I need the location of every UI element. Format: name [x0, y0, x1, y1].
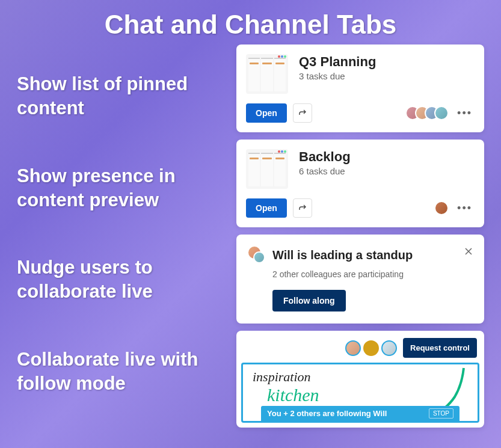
request-control-button[interactable]: Request control — [403, 338, 477, 358]
card-title: Backlog — [299, 149, 351, 165]
card-thumbnail — [246, 149, 288, 189]
participant-avatars — [345, 340, 397, 356]
share-icon — [298, 203, 307, 213]
open-button[interactable]: Open — [246, 198, 287, 218]
follow-banner-text: You + 2 others are following Will — [267, 409, 387, 418]
follow-banner: You + 2 others are following Will STOP — [261, 406, 460, 421]
stop-button[interactable]: STOP — [429, 408, 453, 419]
avatar — [381, 340, 397, 356]
handwriting-text: kitchen — [267, 385, 319, 405]
close-icon[interactable] — [464, 247, 473, 256]
follow-button[interactable]: Follow along — [272, 290, 346, 311]
standup-title: Will is leading a standup — [272, 248, 413, 262]
standup-subtitle: 2 other colleagues are participating — [272, 269, 472, 279]
avatar-stack — [405, 106, 449, 120]
handwriting-text: inspiration — [253, 369, 311, 385]
standup-card: Will is leading a standup 2 other collea… — [236, 235, 484, 324]
share-button[interactable] — [293, 103, 312, 123]
card-thumbnail — [246, 54, 288, 94]
card-subtitle: 3 tasks due — [299, 71, 376, 81]
open-button[interactable]: Open — [246, 103, 287, 123]
share-button[interactable] — [293, 198, 312, 218]
feature-text: Nudge users to collaborate live — [17, 256, 224, 304]
feature-text: Collaborate live with follow mode — [17, 348, 224, 396]
share-icon — [298, 108, 307, 118]
avatar — [345, 340, 361, 356]
content-card: Q3 Planning 3 tasks due Open — [236, 44, 484, 132]
avatar — [434, 201, 449, 215]
more-icon[interactable]: ••• — [455, 107, 475, 120]
whiteboard-canvas[interactable]: inspiration kitchen You + 2 others are f… — [241, 363, 479, 423]
avatar — [434, 106, 449, 120]
content-card: Backlog 6 tasks due Open ••• — [236, 140, 484, 227]
feature-text: Show presence in content preview — [17, 164, 224, 213]
avatar-pair — [248, 247, 265, 263]
avatar-stack — [434, 201, 449, 215]
card-subtitle: 6 tasks due — [299, 166, 351, 176]
page-title: Chat and Channel Tabs — [0, 0, 501, 44]
more-icon[interactable]: ••• — [455, 202, 475, 215]
whiteboard-card: Request control inspiration kitchen You … — [236, 331, 484, 428]
card-title: Q3 Planning — [299, 54, 376, 70]
avatar — [363, 340, 379, 356]
feature-text: Show list of pinned content — [17, 72, 224, 121]
feature-list: Show list of pinned content Show presenc… — [17, 44, 224, 439]
